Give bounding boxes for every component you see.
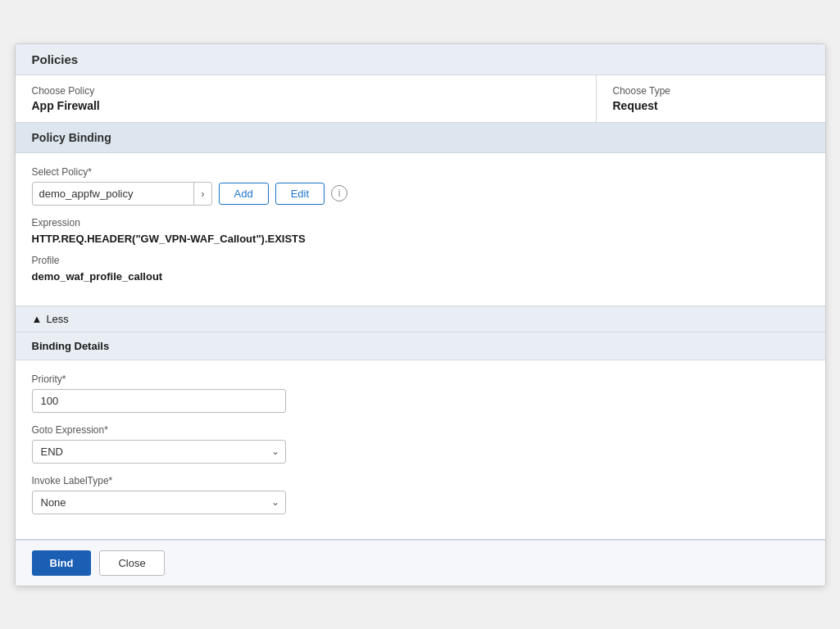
choose-policy-cell: Choose Policy App Firewall — [16, 75, 596, 122]
policy-input-wrapper: › — [32, 182, 212, 206]
close-button[interactable]: Close — [99, 550, 164, 576]
invoke-label: Invoke LabelType* — [32, 475, 809, 486]
edit-button[interactable]: Edit — [275, 183, 325, 205]
close-label: Close — [118, 557, 145, 569]
policy-binding-form: Select Policy* › Add Edit i Expression H… — [16, 153, 825, 306]
invoke-select[interactable]: None reqvserver resvserver policylabel — [32, 491, 286, 514]
binding-details-form: Priority* Goto Expression* END NEXT USE_… — [16, 360, 825, 540]
modal-container: Policies Choose Policy App Firewall Choo… — [15, 43, 826, 586]
invoke-label-type-field: Invoke LabelType* None reqvserver resvse… — [32, 475, 809, 514]
info-icon[interactable]: i — [331, 185, 347, 201]
edit-label: Edit — [291, 188, 309, 200]
profile-value: demo_waf_profile_callout — [32, 270, 809, 283]
expression-label: Expression — [32, 217, 809, 229]
goto-field: Goto Expression* END NEXT USE_INVOCATION… — [32, 424, 809, 464]
select-policy-row: › Add Edit i — [32, 182, 809, 206]
choose-row: Choose Policy App Firewall Choose Type R… — [16, 75, 825, 123]
choose-type-cell: Choose Type Request — [596, 75, 825, 122]
choose-type-value: Request — [613, 99, 809, 112]
bind-label: Bind — [50, 557, 74, 569]
policies-header: Policies — [16, 44, 825, 75]
binding-details-title: Binding Details — [32, 340, 110, 352]
priority-label: Priority* — [32, 373, 809, 385]
policy-arrow-button[interactable]: › — [193, 183, 211, 205]
less-label: Less — [46, 313, 68, 325]
priority-field: Priority* — [32, 373, 809, 413]
info-symbol: i — [338, 188, 341, 199]
choose-policy-label: Choose Policy — [32, 85, 579, 97]
footer: Bind Close — [16, 540, 825, 586]
triangle-up-icon: ▲ — [32, 313, 43, 325]
bind-button[interactable]: Bind — [32, 550, 92, 576]
profile-group: Profile demo_waf_profile_callout — [32, 255, 809, 283]
binding-details-header: Binding Details — [16, 333, 825, 360]
policy-binding-header: Policy Binding — [16, 123, 825, 153]
select-policy-input[interactable] — [33, 183, 194, 205]
policy-binding-title: Policy Binding — [32, 131, 111, 144]
choose-policy-value: App Firewall — [32, 99, 579, 112]
goto-select[interactable]: END NEXT USE_INVOCATION_RESULT — [32, 440, 286, 464]
add-button[interactable]: Add — [219, 183, 269, 205]
add-label: Add — [234, 188, 253, 200]
select-policy-label: Select Policy* — [32, 166, 809, 178]
expression-group: Expression HTTP.REQ.HEADER("GW_VPN-WAF_C… — [32, 217, 809, 245]
invoke-select-wrapper: None reqvserver resvserver policylabel ⌄ — [32, 491, 286, 514]
goto-label: Goto Expression* — [32, 424, 809, 436]
less-bar[interactable]: ▲ Less — [16, 306, 825, 333]
arrow-right-icon: › — [201, 188, 204, 200]
expression-value: HTTP.REQ.HEADER("GW_VPN-WAF_Callout").EX… — [32, 233, 809, 245]
choose-type-label: Choose Type — [613, 85, 809, 97]
priority-input[interactable] — [32, 389, 286, 413]
goto-select-wrapper: END NEXT USE_INVOCATION_RESULT ⌄ — [32, 440, 286, 464]
policies-title: Policies — [32, 52, 79, 66]
profile-label: Profile — [32, 255, 809, 266]
